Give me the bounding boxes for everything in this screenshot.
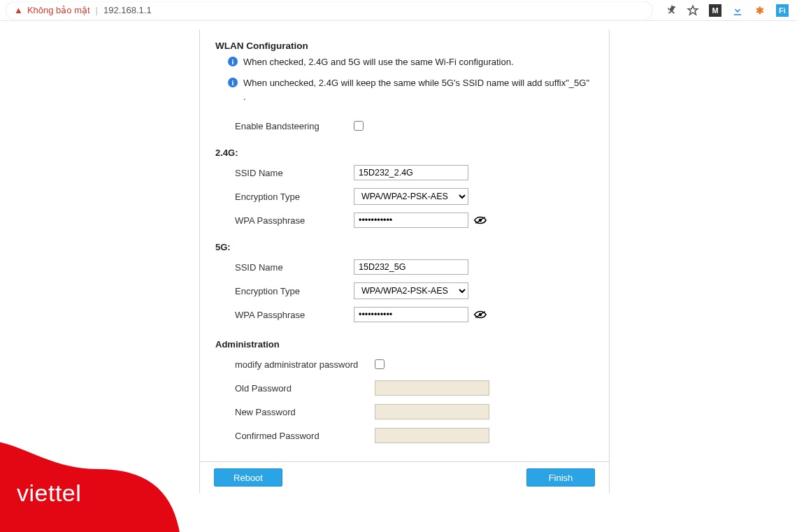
info-same-config-text: When checked, 2.4G and 5G will use the s…: [243, 55, 514, 69]
passphrase-5g-label: WPA Passphrase: [235, 310, 354, 320]
panel-footer: Reboot Finish: [200, 461, 609, 493]
section-24g-heading: 2.4G:: [215, 148, 589, 158]
encryption-5g-label: Encryption Type: [235, 286, 354, 296]
encryption-24g-label: Encryption Type: [235, 192, 354, 202]
ssid-5g-input[interactable]: [354, 259, 468, 275]
encryption-24g-select[interactable]: WPA/WPA2-PSK-AES: [354, 188, 468, 205]
confirmed-password-label: Confirmed Password: [235, 431, 375, 441]
passphrase-24g-input[interactable]: [354, 213, 468, 228]
insecure-label: Không bảo mật: [27, 5, 90, 15]
ssid-5g-label: SSID Name: [235, 262, 354, 273]
old-password-input: [375, 380, 489, 396]
confirmed-password-input: [375, 428, 489, 443]
encryption-5g-select[interactable]: WPA/WPA2-PSK-AES: [354, 282, 468, 299]
extension-m-icon[interactable]: M: [709, 4, 721, 17]
svg-text:i: i: [232, 79, 234, 87]
info-suffix: i When unchecked, 2.4G will keep the sam…: [228, 76, 589, 104]
svg-text:i: i: [232, 58, 234, 66]
passphrase-24g-label: WPA Passphrase: [235, 215, 354, 226]
new-password-input: [375, 404, 489, 419]
bookmark-star-icon[interactable]: [687, 4, 699, 17]
finish-button[interactable]: Finish: [526, 468, 595, 487]
browser-omnibox: ▲ Không bảo mật | 192.168.1.1 M ✱ Fi: [0, 0, 797, 21]
extension-fi-icon[interactable]: Fi: [776, 4, 789, 17]
address-divider: |: [96, 5, 98, 15]
brand-logo-text: viettel: [17, 480, 81, 507]
section-5g-heading: 5G:: [215, 242, 589, 252]
bandsteering-label: Enable Bandsteering: [235, 121, 354, 131]
old-password-label: Old Password: [235, 383, 375, 394]
info-icon: i: [228, 78, 238, 87]
modify-admin-pass-label: modify administrator password: [235, 359, 375, 370]
address-bar[interactable]: ▲ Không bảo mật | 192.168.1.1: [6, 1, 653, 20]
info-icon: i: [228, 57, 238, 66]
reboot-button[interactable]: Reboot: [214, 468, 282, 487]
extension-asterisk-icon[interactable]: ✱: [754, 4, 766, 17]
extension-download-icon[interactable]: [731, 4, 744, 17]
section-admin-heading: Administration: [215, 339, 589, 350]
info-same-config: i When checked, 2.4G and 5G will use the…: [228, 55, 589, 69]
ssid-24g-label: SSID Name: [235, 168, 354, 178]
bandsteering-checkbox[interactable]: [354, 121, 364, 131]
page-url: 192.168.1.1: [103, 5, 152, 15]
ssid-24g-input[interactable]: [354, 165, 468, 180]
show-password-5g-icon[interactable]: [474, 310, 487, 319]
show-password-24g-icon[interactable]: [474, 215, 487, 225]
modify-admin-pass-checkbox[interactable]: [375, 359, 385, 369]
insecure-warning-icon: ▲: [14, 6, 23, 15]
wlan-config-title: WLAN Configuration: [215, 41, 589, 51]
new-password-label: New Password: [235, 407, 375, 417]
browser-toolbar-icons: M ✱ Fi: [664, 4, 789, 17]
translate-icon[interactable]: [664, 4, 677, 17]
info-suffix-text: When unchecked, 2.4G will keep the same …: [243, 76, 589, 104]
brand-swoosh: [0, 392, 210, 532]
passphrase-5g-input[interactable]: [354, 307, 468, 322]
config-panel: WLAN Configuration i When checked, 2.4G …: [199, 29, 610, 493]
